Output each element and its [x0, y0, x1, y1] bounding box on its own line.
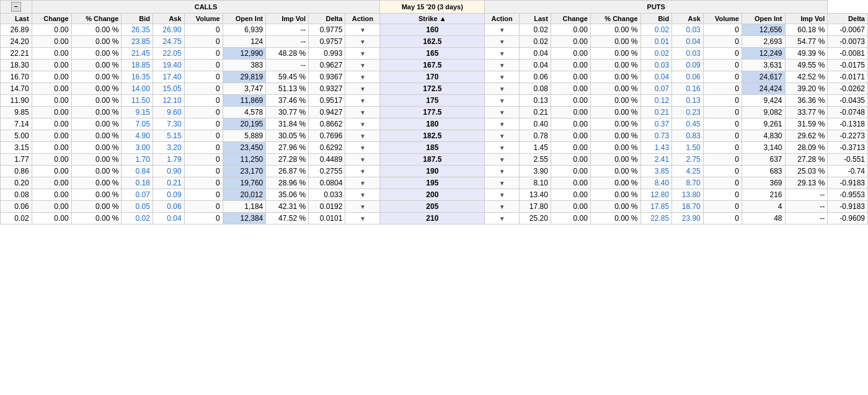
- action-down-icon[interactable]: ▼: [360, 168, 366, 175]
- table-cell: 5,889: [223, 130, 266, 142]
- action-down-icon[interactable]: ▼: [499, 215, 505, 222]
- action-down-icon[interactable]: ▼: [499, 109, 505, 116]
- table-cell: 0.00: [551, 213, 590, 224]
- action-down-icon[interactable]: ▼: [499, 192, 505, 198]
- action-cell[interactable]: ▼: [485, 118, 520, 130]
- action-down-icon[interactable]: ▼: [360, 156, 366, 163]
- table-cell: 4: [742, 201, 785, 213]
- collapse-cell[interactable]: −: [1, 1, 32, 14]
- action-cell[interactable]: ▼: [485, 142, 520, 154]
- action-down-icon[interactable]: ▼: [499, 121, 505, 128]
- action-down-icon[interactable]: ▼: [360, 144, 366, 151]
- action-cell[interactable]: ▼: [485, 166, 520, 177]
- table-cell: 0.9327: [309, 83, 345, 95]
- puts-section-header: PUTS: [485, 1, 828, 14]
- action-cell[interactable]: ▼: [345, 24, 380, 36]
- table-cell: 9.15: [122, 107, 153, 118]
- action-cell[interactable]: ▼: [485, 107, 520, 118]
- action-down-icon[interactable]: ▼: [499, 62, 505, 69]
- action-cell[interactable]: ▼: [345, 95, 380, 107]
- table-cell: 0.00: [551, 107, 590, 118]
- action-cell[interactable]: ▼: [345, 83, 380, 95]
- action-cell[interactable]: ▼: [485, 60, 520, 71]
- action-down-icon[interactable]: ▼: [499, 156, 505, 163]
- action-cell[interactable]: ▼: [345, 213, 380, 224]
- action-down-icon[interactable]: ▼: [499, 50, 505, 57]
- table-cell: 0: [184, 201, 223, 213]
- table-cell: 0.04: [520, 60, 551, 71]
- table-cell: 13.40: [520, 189, 551, 201]
- action-down-icon[interactable]: ▼: [360, 121, 366, 128]
- action-cell[interactable]: ▼: [345, 142, 380, 154]
- action-cell[interactable]: ▼: [345, 107, 380, 118]
- action-cell[interactable]: ▼: [345, 130, 380, 142]
- table-cell: 0.00 %: [590, 36, 640, 48]
- action-cell[interactable]: ▼: [345, 189, 380, 201]
- action-down-icon[interactable]: ▼: [360, 180, 366, 187]
- action-down-icon[interactable]: ▼: [499, 180, 505, 187]
- table-cell: --: [785, 189, 828, 201]
- table-cell: 0.08: [1, 189, 32, 201]
- action-down-icon[interactable]: ▼: [360, 50, 366, 57]
- table-cell: -0.9553: [828, 189, 868, 201]
- action-down-icon[interactable]: ▼: [360, 62, 366, 69]
- action-down-icon[interactable]: ▼: [499, 144, 505, 151]
- table-cell: 0.06: [1, 201, 32, 213]
- col-strike[interactable]: Strike ▲: [380, 14, 485, 24]
- action-down-icon[interactable]: ▼: [360, 74, 366, 81]
- table-cell: 4.90: [122, 130, 153, 142]
- table-cell: 12,656: [742, 24, 785, 36]
- action-down-icon[interactable]: ▼: [499, 133, 505, 140]
- action-down-icon[interactable]: ▼: [499, 168, 505, 175]
- collapse-button[interactable]: −: [11, 2, 21, 12]
- action-down-icon[interactable]: ▼: [360, 109, 366, 116]
- action-cell[interactable]: ▼: [485, 36, 520, 48]
- action-cell[interactable]: ▼: [345, 118, 380, 130]
- action-down-icon[interactable]: ▼: [360, 192, 366, 198]
- action-cell[interactable]: ▼: [345, 60, 380, 71]
- action-cell[interactable]: ▼: [485, 24, 520, 36]
- action-down-icon[interactable]: ▼: [360, 38, 366, 45]
- action-down-icon[interactable]: ▼: [360, 97, 366, 104]
- action-cell[interactable]: ▼: [485, 83, 520, 95]
- action-cell[interactable]: ▼: [485, 189, 520, 201]
- table-cell: -0.9183: [828, 177, 868, 189]
- table-cell: 0.21: [640, 107, 672, 118]
- action-down-icon[interactable]: ▼: [499, 27, 505, 33]
- table-cell: 2.55: [520, 154, 551, 166]
- action-cell[interactable]: ▼: [345, 166, 380, 177]
- action-down-icon[interactable]: ▼: [499, 86, 505, 92]
- action-cell[interactable]: ▼: [485, 177, 520, 189]
- action-cell[interactable]: ▼: [345, 201, 380, 213]
- table-cell: 0.00: [32, 177, 71, 189]
- action-down-icon[interactable]: ▼: [360, 27, 366, 33]
- action-down-icon[interactable]: ▼: [360, 203, 366, 210]
- table-cell: 26.89: [1, 24, 32, 36]
- action-cell[interactable]: ▼: [345, 48, 380, 60]
- table-cell: 0.00 %: [71, 83, 122, 95]
- action-down-icon[interactable]: ▼: [499, 203, 505, 210]
- action-cell[interactable]: ▼: [345, 36, 380, 48]
- action-cell[interactable]: ▼: [345, 154, 380, 166]
- action-cell[interactable]: ▼: [345, 177, 380, 189]
- action-cell[interactable]: ▼: [345, 71, 380, 83]
- action-down-icon[interactable]: ▼: [499, 74, 505, 81]
- action-cell[interactable]: ▼: [485, 213, 520, 224]
- action-cell[interactable]: ▼: [485, 154, 520, 166]
- action-down-icon[interactable]: ▼: [360, 215, 366, 222]
- table-cell: 0.02: [640, 24, 672, 36]
- action-cell[interactable]: ▼: [485, 71, 520, 83]
- action-cell[interactable]: ▼: [485, 201, 520, 213]
- action-down-icon[interactable]: ▼: [360, 133, 366, 140]
- action-cell[interactable]: ▼: [485, 130, 520, 142]
- action-cell[interactable]: ▼: [485, 95, 520, 107]
- action-cell[interactable]: ▼: [485, 48, 520, 60]
- table-cell: 0.00 %: [71, 189, 122, 201]
- action-down-icon[interactable]: ▼: [499, 97, 505, 104]
- col-calls-bid: Bid: [122, 14, 153, 24]
- table-cell: 12.10: [153, 95, 184, 107]
- action-down-icon[interactable]: ▼: [499, 38, 505, 45]
- action-down-icon[interactable]: ▼: [360, 86, 366, 92]
- col-puts-delta: Delta: [828, 14, 868, 24]
- table-cell: -0.0073: [828, 36, 868, 48]
